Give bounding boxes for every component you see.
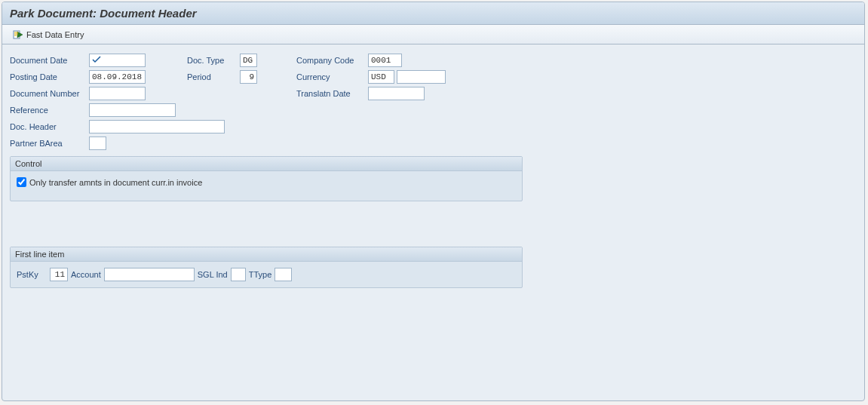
company-code-input[interactable] (368, 54, 402, 67)
fast-data-entry-button[interactable]: Fast Data Entry (10, 28, 87, 41)
period-input[interactable] (240, 70, 257, 84)
transfer-amounts-row[interactable]: Only transfer amnts in document curr.in … (17, 177, 516, 187)
app-window: Park Document: Document Header Fast Data… (2, 2, 865, 401)
currency-label: Currency (296, 72, 368, 81)
title-bar: Park Document: Document Header (2, 2, 864, 25)
pstky-label: PstKy (17, 270, 47, 279)
document-date-input[interactable] (89, 54, 146, 67)
doc-header-input[interactable] (89, 120, 225, 133)
translation-date-label: Translatn Date (296, 89, 368, 98)
first-line-item-group: First line item PstKy Account SGL Ind TT… (10, 247, 523, 288)
reference-input[interactable] (89, 103, 176, 117)
document-number-input[interactable] (89, 87, 146, 100)
currency-extra-input[interactable] (397, 70, 446, 84)
currency-input[interactable] (368, 70, 394, 84)
page-title: Park Document: Document Header (10, 7, 197, 20)
doc-type-input[interactable] (240, 54, 257, 67)
translation-date-input[interactable] (368, 87, 425, 100)
company-code-label: Company Code (296, 56, 368, 65)
control-group-title: Control (11, 157, 522, 171)
pstky-input[interactable] (50, 268, 68, 281)
transfer-amounts-label: Only transfer amnts in document curr.in … (29, 178, 202, 187)
posting-date-label: Posting Date (10, 72, 89, 81)
document-number-label: Document Number (10, 89, 89, 98)
control-group: Control Only transfer amnts in document … (10, 156, 523, 201)
posting-date-input[interactable] (89, 70, 146, 84)
transfer-amounts-checkbox[interactable] (17, 177, 26, 187)
first-line-item-title: First line item (11, 247, 522, 262)
partner-barea-label: Partner BArea (10, 139, 89, 148)
sgl-ind-label: SGL Ind (198, 270, 228, 279)
ttype-label: TType (249, 270, 272, 279)
toolbar: Fast Data Entry (2, 25, 864, 44)
reference-label: Reference (10, 106, 89, 115)
partner-barea-input[interactable] (89, 137, 106, 150)
document-date-label: Document Date (10, 56, 89, 65)
form-area: Document Date Doc. Type Company Code Pos… (2, 44, 864, 294)
account-input[interactable] (104, 268, 195, 281)
account-label: Account (71, 270, 101, 279)
doc-type-label: Doc. Type (187, 56, 240, 65)
fast-entry-label: Fast Data Entry (26, 30, 84, 39)
sgl-ind-input[interactable] (231, 268, 246, 281)
period-label: Period (187, 72, 240, 81)
ttype-input[interactable] (275, 268, 292, 281)
fast-entry-icon (13, 29, 23, 40)
doc-header-label: Doc. Header (10, 122, 89, 131)
